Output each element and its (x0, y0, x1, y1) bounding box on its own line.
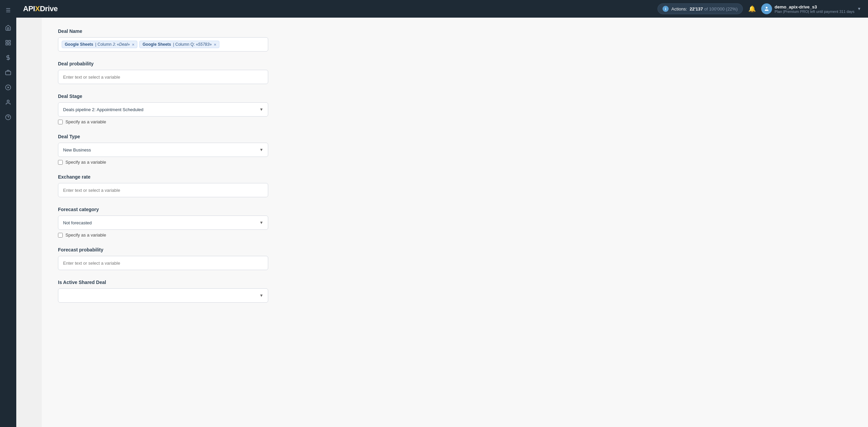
user-info: demo_apix-drive_s3 Plan |Premium PRO| le… (775, 4, 855, 14)
content-area: Deal Name Google Sheets | Column J: «Dea… (42, 18, 868, 427)
svg-marker-7 (8, 86, 9, 88)
user-section[interactable]: demo_apix-drive_s3 Plan |Premium PRO| le… (761, 3, 862, 14)
is-active-group: Is Active Shared Deal ▼ (58, 280, 268, 303)
deal-type-select-wrapper: New Business ▼ (58, 143, 268, 157)
tag1-close-icon[interactable]: × (132, 42, 135, 47)
user-plan: Plan |Premium PRO| left until payment 31… (775, 9, 855, 14)
forecast-category-select[interactable]: Not forecasted (58, 216, 268, 230)
avatar (761, 3, 772, 14)
deal-type-select[interactable]: New Business (58, 143, 268, 157)
forecast-category-specify-label[interactable]: Specify as a variable (65, 232, 106, 238)
deal-name-tags-input[interactable]: Google Sheets | Column J: «Deal» × Googl… (58, 37, 268, 52)
forecast-category-group: Forecast category Not forecasted ▼ Speci… (58, 207, 268, 238)
actions-label-text: Actions: (671, 6, 687, 12)
svg-rect-0 (6, 40, 7, 42)
exchange-rate-input[interactable] (58, 183, 268, 197)
is-active-select-wrapper: ▼ (58, 288, 268, 303)
tag2-close-icon[interactable]: × (214, 42, 216, 47)
main: Deal Name Google Sheets | Column J: «Dea… (16, 18, 868, 427)
deal-name-group: Deal Name Google Sheets | Column J: «Dea… (58, 28, 268, 52)
tag1-value: Deal (119, 42, 128, 47)
svg-rect-2 (9, 43, 11, 45)
deal-type-label: Deal Type (58, 134, 268, 139)
svg-rect-5 (6, 71, 11, 75)
exchange-rate-label: Exchange rate (58, 174, 268, 180)
deal-probability-group: Deal probability (58, 61, 268, 84)
actions-badge[interactable]: i Actions: 22'137 of 100'000 (22%) (657, 3, 743, 14)
forecast-probability-input[interactable] (58, 256, 268, 270)
deal-stage-label: Deal Stage (58, 94, 268, 99)
deal-type-checkbox-row: Specify as a variable (58, 160, 268, 165)
tag1-col: | Column J: «Deal» (95, 42, 130, 47)
deal-type-specify-checkbox[interactable] (58, 160, 63, 165)
user-name: demo_apix-drive_s3 (775, 4, 855, 9)
tag2-value: 55783 (198, 42, 209, 47)
home-icon[interactable] (2, 22, 14, 34)
info-icon: i (663, 6, 669, 12)
svg-point-8 (7, 100, 9, 102)
logo-text: APIXDrive (23, 4, 58, 13)
forecast-category-label: Forecast category (58, 207, 268, 212)
tag2-col: | Column Q: «55783» (173, 42, 212, 47)
deal-stage-specify-checkbox[interactable] (58, 120, 63, 124)
logo: APIXDrive (23, 4, 58, 13)
actions-count: 22'137 (690, 6, 703, 12)
svg-rect-3 (6, 43, 7, 45)
deal-stage-specify-label[interactable]: Specify as a variable (65, 119, 106, 124)
dollar-icon[interactable] (2, 52, 14, 64)
topbar: APIXDrive i Actions: 22'137 of 100'000 (… (16, 0, 868, 18)
user-icon[interactable] (2, 96, 14, 108)
forecast-probability-label: Forecast probability (58, 247, 268, 252)
connections-icon[interactable] (2, 37, 14, 49)
logo-api: API (23, 4, 35, 13)
logo-x: X (35, 4, 40, 13)
is-active-select[interactable] (58, 288, 268, 303)
deal-stage-select[interactable]: Deals pipeline 2: Appointment Scheduled (58, 102, 268, 117)
exchange-rate-group: Exchange rate (58, 174, 268, 197)
tag-google-sheets-j[interactable]: Google Sheets | Column J: «Deal» × (62, 41, 137, 48)
tag-google-sheets-q[interactable]: Google Sheets | Column Q: «55783» × (139, 41, 219, 48)
chevron-down-icon: ▼ (857, 6, 861, 11)
deal-probability-input[interactable] (58, 70, 268, 84)
menu-icon[interactable]: ☰ (2, 4, 14, 16)
deal-probability-label: Deal probability (58, 61, 268, 66)
tag2-source: Google Sheets (142, 42, 171, 47)
sidebar: ☰ (0, 0, 16, 427)
forecast-category-checkbox-row: Specify as a variable (58, 232, 268, 238)
left-panel (16, 18, 42, 427)
help-icon[interactable] (2, 111, 14, 123)
deal-name-label: Deal Name (58, 28, 268, 34)
briefcase-icon[interactable] (2, 66, 14, 79)
bell-icon[interactable]: 🔔 (748, 5, 756, 13)
is-active-label: Is Active Shared Deal (58, 280, 268, 285)
actions-label: Actions: 22'137 of 100'000 (22%) (671, 6, 737, 12)
topbar-right: i Actions: 22'137 of 100'000 (22%) 🔔 dem… (657, 3, 861, 14)
forecast-probability-group: Forecast probability (58, 247, 268, 270)
logo-drive: Drive (40, 4, 58, 13)
forecast-category-specify-checkbox[interactable] (58, 233, 63, 238)
form-section: Deal Name Google Sheets | Column J: «Dea… (58, 28, 268, 303)
tag1-source: Google Sheets (65, 42, 93, 47)
actions-pct: (22%) (726, 6, 738, 12)
play-icon[interactable] (2, 81, 14, 94)
svg-point-11 (766, 7, 767, 8)
svg-rect-1 (9, 40, 11, 42)
deal-stage-group: Deal Stage Deals pipeline 2: Appointment… (58, 94, 268, 124)
deal-type-group: Deal Type New Business ▼ Specify as a va… (58, 134, 268, 165)
deal-stage-select-wrapper: Deals pipeline 2: Appointment Scheduled … (58, 102, 268, 117)
actions-of-text: of 100'000 (704, 6, 725, 12)
deal-type-specify-label[interactable]: Specify as a variable (65, 160, 106, 165)
deal-stage-checkbox-row: Specify as a variable (58, 119, 268, 124)
forecast-category-select-wrapper: Not forecasted ▼ (58, 216, 268, 230)
